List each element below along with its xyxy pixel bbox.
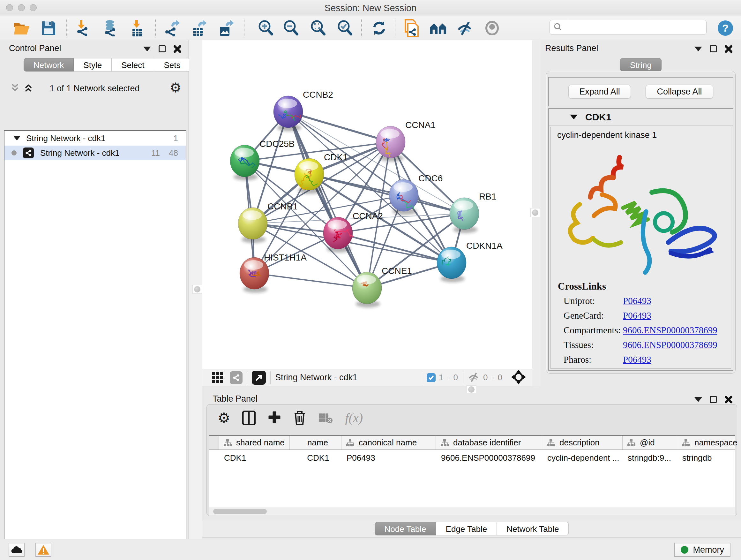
panel-collapse-icon[interactable] [143, 47, 151, 51]
delete-column-icon[interactable] [293, 410, 306, 426]
panel-float-icon[interactable] [710, 45, 717, 52]
column-header-label: description [559, 438, 600, 448]
table-cell[interactable]: CDK1 [290, 453, 341, 463]
table-cell[interactable]: stringdb [677, 453, 741, 463]
refresh-icon[interactable] [370, 19, 388, 37]
panel-float-icon[interactable] [710, 396, 717, 403]
delete-table-icon[interactable] [318, 412, 333, 424]
zoom-selected-icon[interactable] [336, 19, 354, 37]
crosslink-link[interactable]: 9606.ENSP00000378699 [623, 340, 718, 350]
open-file-icon[interactable] [13, 19, 30, 37]
table-cell[interactable]: cyclin-dependent ... [542, 453, 623, 463]
zoom-fit-icon[interactable] [309, 19, 327, 37]
panel-collapse-icon[interactable] [694, 47, 702, 51]
network-node-RB1[interactable]: RB1 [450, 192, 496, 233]
show-all-icon[interactable] [483, 19, 501, 37]
tab-edge-table[interactable]: Edge Table [436, 522, 497, 536]
save-session-icon[interactable] [40, 19, 57, 37]
network-row[interactable]: String Network - cdk1 11 48 [4, 145, 186, 160]
zoom-out-icon[interactable] [282, 19, 300, 37]
network-node-CCNB2[interactable]: CCNB2 [273, 90, 333, 131]
crosshair-icon[interactable] [511, 370, 526, 386]
panel-close-icon[interactable] [724, 395, 733, 403]
crosslink-link[interactable]: P06493 [623, 354, 651, 365]
import-network-database-icon[interactable] [102, 19, 119, 37]
table-settings-gear-icon[interactable]: ⚙ [218, 410, 230, 426]
zoom-in-icon[interactable] [257, 19, 275, 37]
left-splitter[interactable] [189, 40, 202, 539]
memory-label: Memory [693, 545, 724, 555]
string-document-icon[interactable] [403, 19, 421, 37]
open-in-new-window-icon[interactable] [252, 371, 266, 385]
cloud-icon[interactable] [9, 543, 24, 557]
network-node-CDK1[interactable]: CDK1 [294, 152, 348, 194]
column-header-namespace[interactable]: namespace [677, 436, 741, 449]
network-edge[interactable] [254, 273, 367, 288]
panel-float-icon[interactable] [158, 45, 165, 52]
import-network-file-icon[interactable] [75, 19, 92, 37]
hidden-eye-icon[interactable] [468, 372, 480, 383]
import-table-icon[interactable] [128, 19, 146, 37]
column-header-shared-name[interactable]: shared name [219, 436, 290, 449]
collapse-all-button[interactable]: Collapse All [646, 84, 713, 99]
tab-style[interactable]: Style [74, 58, 112, 71]
network-edge[interactable] [288, 112, 391, 142]
horizontal-splitter[interactable] [202, 386, 741, 393]
column-type-icon [627, 439, 635, 447]
tab-string[interactable]: String [620, 58, 662, 71]
node-label: CCNA2 [353, 211, 383, 221]
add-column-icon[interactable] [268, 411, 281, 425]
table-row[interactable]: CDK1CDK1P064939606.ENSP00000378699cyclin… [209, 450, 735, 465]
table-cell[interactable]: CDK1 [219, 453, 290, 463]
network-node-CCNA1[interactable]: CCNA1 [376, 120, 435, 162]
grid-view-icon[interactable] [211, 371, 224, 385]
vertical-splitter[interactable] [532, 40, 541, 386]
crosslinks-list: Uniprot:P06493GeneCard:P06493Compartment… [563, 294, 731, 367]
tab-network[interactable]: Network [23, 58, 74, 71]
crosslink-link[interactable]: 9606.ENSP00000378699 [623, 325, 718, 335]
export-table-icon[interactable] [190, 19, 208, 37]
expand-all-button[interactable]: Expand All [568, 84, 631, 99]
network-node-CCNB1[interactable]: CCNB1 [238, 201, 298, 243]
network-node-CDC6[interactable]: CDC6 [389, 173, 443, 215]
gear-icon[interactable]: ⚙ [170, 81, 182, 95]
column-header-name[interactable]: name [290, 436, 341, 449]
help-icon[interactable]: ? [717, 19, 734, 37]
horizontal-scrollbar[interactable] [213, 509, 267, 514]
network-node-HIST1H1A[interactable]: HIST1H1A [240, 253, 307, 293]
panel-close-icon[interactable] [173, 45, 182, 53]
column-header-database-identifier[interactable]: database identifier [436, 436, 542, 449]
show-columns-icon[interactable] [242, 411, 256, 425]
network-node-CCNE1[interactable]: CCNE1 [352, 266, 412, 307]
network-node-CDKN1A[interactable]: CDKN1A [437, 241, 502, 282]
search-input[interactable] [565, 23, 702, 32]
first-neighbors-icon[interactable] [429, 19, 448, 37]
string-network-graph[interactable]: CCNB2CCNA1CDC25BCDK1CDC6RB1CCNB1CCNA2CDK… [202, 40, 532, 369]
memory-button[interactable]: Memory [674, 543, 731, 557]
crosslink-link[interactable]: P06493 [623, 296, 651, 306]
column-header-description[interactable]: description [542, 436, 623, 449]
network-collection-row[interactable]: String Network - cdk1 1 [4, 131, 186, 145]
tab-node-table[interactable]: Node Table [375, 522, 436, 536]
export-image-icon[interactable] [217, 19, 235, 37]
selected-checkbox-icon[interactable] [427, 373, 435, 382]
column-header-@id[interactable]: @id [623, 436, 677, 449]
table-cell[interactable]: 9606.ENSP00000378699 [436, 453, 542, 463]
tab-sets[interactable]: Sets [154, 58, 190, 71]
network-tree: String Network - cdk1 1 String Network -… [4, 130, 186, 560]
tab-network-table[interactable]: Network Table [497, 522, 569, 536]
column-header-canonical-name[interactable]: canonical name [341, 436, 436, 449]
entry-collapse-icon[interactable] [570, 115, 578, 119]
warning-icon[interactable] [36, 543, 51, 557]
hide-selected-icon[interactable] [456, 19, 474, 37]
panel-collapse-icon[interactable] [694, 397, 702, 402]
table-cell[interactable]: P06493 [341, 453, 436, 463]
table-cell[interactable]: stringdb:9... [623, 453, 677, 463]
crosslink-link[interactable]: P06493 [623, 310, 651, 321]
export-network-icon[interactable] [163, 19, 181, 37]
network-canvas[interactable]: CCNB2CCNA1CDC25BCDK1CDC6RB1CCNB1CCNA2CDK… [202, 40, 532, 369]
tree-expand-icon[interactable] [13, 136, 20, 140]
network-badge-icon[interactable] [230, 371, 243, 384]
panel-close-icon[interactable] [724, 45, 733, 53]
tab-select[interactable]: Select [112, 58, 154, 71]
